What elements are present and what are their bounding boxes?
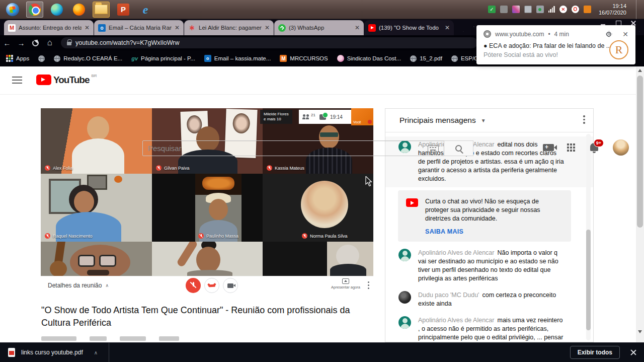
- taskbar-apps: P e: [0, 2, 154, 18]
- browser-notification[interactable]: www.youtube.com • 4 min ✕ ● ECA e adoção…: [476, 25, 635, 64]
- system-tray: ✓ ✕ O 19:14 16/07/2020: [488, 0, 644, 19]
- mouse-cursor: [365, 176, 373, 189]
- bookmark-label: Email – kassia.mate...: [214, 55, 271, 61]
- close-icon[interactable]: ✕: [622, 31, 628, 38]
- reload-icon[interactable]: [32, 40, 39, 46]
- youtube-play-icon: [36, 75, 51, 85]
- glasses: [99, 255, 116, 267]
- tray-audio-icon[interactable]: [500, 6, 508, 13]
- lock-icon[interactable]: [67, 42, 71, 45]
- roster-line2: e mais 10: [264, 117, 289, 122]
- tab-whatsapp[interactable]: (3) WhatsApp ✕: [274, 20, 364, 35]
- page-scrollbar[interactable]: [636, 66, 644, 342]
- tab-outlook[interactable]: o Email – Cácia Maria Ram ✕: [94, 20, 184, 35]
- clipboard-icon[interactable]: [524, 6, 532, 13]
- antivirus-shield-icon[interactable]: ✓: [488, 6, 496, 13]
- scrollbar-thumb[interactable]: [586, 230, 591, 330]
- kebab-menu-icon[interactable]: [583, 115, 585, 125]
- message-author[interactable]: Apolinário Alves de Alencar: [418, 317, 494, 324]
- taskbar-edge-button[interactable]: [48, 2, 65, 18]
- camera-icon: [223, 278, 238, 293]
- forward-icon[interactable]: →: [14, 39, 28, 47]
- globe-icon: [38, 55, 45, 62]
- avatar[interactable]: [398, 249, 411, 261]
- tab-close-icon[interactable]: ✕: [265, 24, 270, 31]
- create-video-icon[interactable]: [543, 144, 554, 151]
- participant-tile: Alex Folia: [41, 108, 152, 174]
- opera-icon[interactable]: O: [572, 6, 579, 13]
- masthead-actions: 9+: [543, 139, 629, 156]
- start-button[interactable]: [4, 2, 21, 18]
- country-code: BR: [91, 74, 97, 78]
- keyboard-icon[interactable]: [428, 145, 439, 152]
- search-button[interactable]: [444, 140, 473, 156]
- raised-arm: [176, 242, 198, 268]
- back-icon[interactable]: ←: [0, 39, 14, 47]
- scrollbar-thumb[interactable]: [637, 76, 643, 228]
- bookmark-label: Redalyc.O CEARÁ E...: [63, 55, 122, 61]
- downloaded-file-button[interactable]: links curso youtube.pdf: [21, 349, 83, 356]
- message-author[interactable]: Apolinário Alves de Alencar: [418, 249, 494, 256]
- scroll-down-arrow-icon[interactable]: [638, 330, 642, 333]
- java-update-icon[interactable]: [584, 6, 591, 13]
- taskbar-chrome-button[interactable]: [26, 2, 43, 18]
- channel-logo: R: [609, 40, 628, 59]
- hamburger-icon[interactable]: [12, 77, 22, 84]
- taskbar-clock[interactable]: 19:14 16/07/2020: [596, 3, 631, 16]
- apps-grid-icon[interactable]: [567, 143, 576, 152]
- tab-close-icon[interactable]: ✕: [175, 24, 180, 31]
- tab-close-icon[interactable]: ✕: [445, 24, 450, 31]
- home-icon[interactable]: ⌂: [43, 38, 57, 48]
- gear-icon[interactable]: [606, 32, 611, 37]
- taskbar-firefox-button[interactable]: [70, 2, 88, 18]
- mic-muted-icon: [186, 278, 201, 293]
- tray-app-icon[interactable]: [512, 6, 520, 13]
- address-bar[interactable]: youtube.com/watch?v=K7gWxIloWrw: [61, 37, 477, 48]
- notification-subtitle: Pótere Social está ao vivo!: [484, 51, 628, 58]
- bookmark-mrccursos[interactable]: M MRCCURSOS: [280, 55, 328, 62]
- gmail-icon: M: [8, 24, 16, 32]
- account-avatar[interactable]: [613, 139, 629, 156]
- close-shelf-icon[interactable]: [630, 349, 637, 356]
- chat-scrollbar[interactable]: [586, 134, 591, 340]
- avatar[interactable]: [398, 291, 411, 304]
- chevron-down-icon[interactable]: ▼: [481, 118, 486, 123]
- tab-lei-aldir-blanc[interactable]: ∗ Lei Aldir Blanc: pagamen ✕: [184, 20, 274, 35]
- tab-youtube-active[interactable]: (139) "O Show de Todo ✕: [364, 20, 454, 35]
- show-all-downloads-button[interactable]: Exibir todos: [570, 346, 620, 359]
- bookmark-pagina-principal[interactable]: gv Página principal - P...: [131, 55, 195, 61]
- glasses: [78, 255, 95, 267]
- bookmark-redalyc[interactable]: Redalyc.O CEARÁ E...: [54, 55, 122, 62]
- search-input[interactable]: Pesquisar: [142, 140, 444, 156]
- taskbar-ie-button[interactable]: e: [137, 2, 154, 18]
- chat-mode-selector[interactable]: Principais mensagens: [399, 116, 476, 125]
- chat-message: Apolinário Alves de AlencarNão importa o…: [385, 245, 593, 287]
- scroll-up-arrow-icon[interactable]: [638, 69, 642, 72]
- youtube-logo[interactable]: YouTube BR: [36, 75, 97, 85]
- bookmark-sindicato[interactable]: Sindicato Das Cost...: [337, 55, 401, 62]
- apps-shortcut[interactable]: Apps: [6, 55, 29, 62]
- notifications-button[interactable]: 9+: [589, 141, 600, 154]
- tab-close-icon[interactable]: ✕: [355, 24, 360, 31]
- muted-speaker-icon[interactable]: ✕: [559, 6, 567, 13]
- taskbar-powerpoint-button[interactable]: P: [115, 2, 132, 18]
- chevron-up-icon[interactable]: ∧: [94, 350, 98, 355]
- show-desktop-button[interactable]: [636, 0, 639, 19]
- taskbar-explorer-button[interactable]: [93, 2, 110, 18]
- video-title: "O Show de Todo Artista Tem Que Continua…: [41, 304, 371, 329]
- usb-device-icon[interactable]: [536, 6, 544, 13]
- network-signal-icon[interactable]: [548, 6, 555, 13]
- windows-taskbar: P e ✓ ✕ O 19:14 16/07/2020: [0, 0, 644, 19]
- bookmark-favicon-only[interactable]: [38, 55, 45, 62]
- tab-gmail[interactable]: M Assunto: Entrega do rela ✕: [4, 20, 94, 35]
- mic-muted-icon: [267, 165, 272, 171]
- video-player[interactable]: Alex Folia Gilvan Paiva Kassia Mateus Ra…: [41, 108, 373, 295]
- bookmark-pdf[interactable]: 15_2.pdf: [410, 55, 442, 62]
- message-author[interactable]: Dudu paco 'MC Dudu': [418, 292, 479, 299]
- bookmark-email[interactable]: o Email – kassia.mate...: [204, 55, 271, 62]
- tab-title: (3) WhatsApp: [289, 25, 352, 31]
- participant-name: Gilvan Paiva: [164, 166, 190, 171]
- avatar[interactable]: [398, 316, 411, 329]
- tab-close-icon[interactable]: ✕: [85, 24, 90, 31]
- learn-more-link[interactable]: SAIBA MAIS: [425, 228, 463, 235]
